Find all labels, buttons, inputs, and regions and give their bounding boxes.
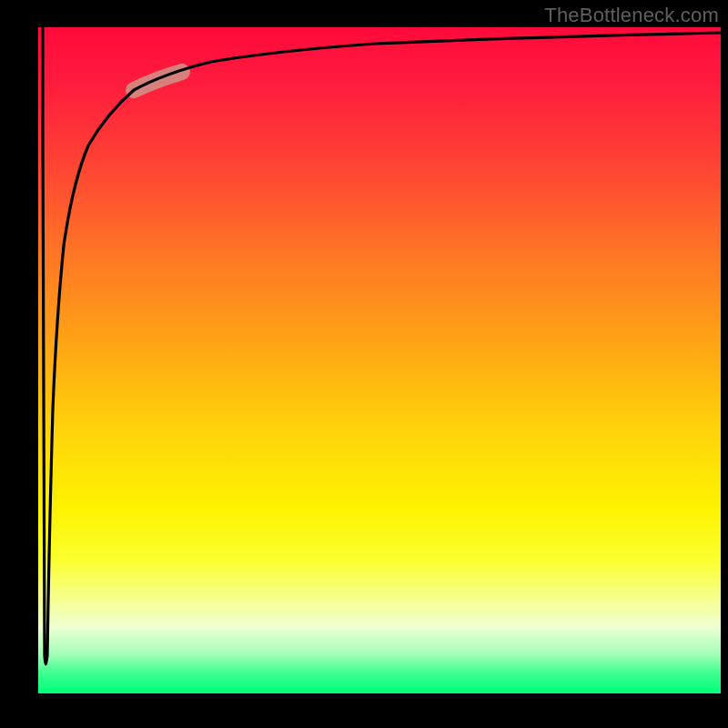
- watermark-text: TheBottleneck.com: [544, 4, 719, 27]
- chart-frame: TheBottleneck.com: [0, 0, 728, 728]
- bottleneck-curve: [43, 27, 721, 664]
- plot-area: [38, 27, 721, 693]
- curve-layer: [38, 27, 721, 693]
